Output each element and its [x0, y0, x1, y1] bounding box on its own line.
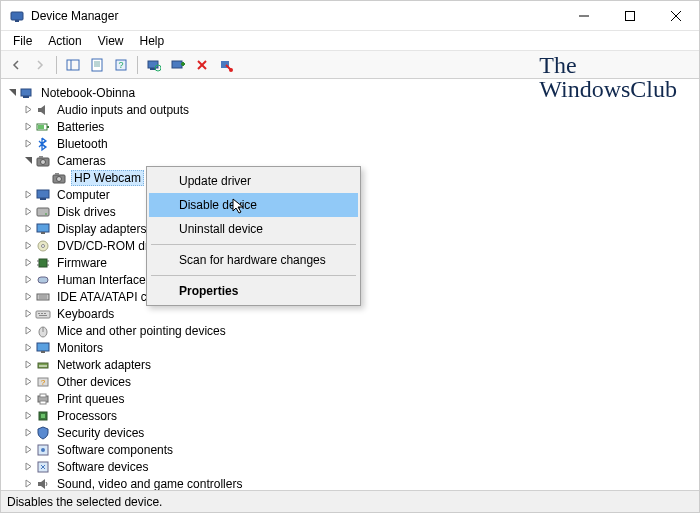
- show-hide-tree-button[interactable]: [62, 54, 84, 76]
- svg-rect-0: [11, 12, 23, 20]
- tree-item[interactable]: Processors: [3, 407, 697, 424]
- expand-icon[interactable]: [21, 307, 35, 321]
- svg-rect-70: [41, 414, 45, 418]
- tree-item-label: Software components: [55, 443, 175, 457]
- close-button[interactable]: [653, 1, 699, 30]
- expand-icon[interactable]: [21, 290, 35, 304]
- root-icon: [19, 85, 35, 101]
- camera-icon: [35, 153, 51, 169]
- expand-icon[interactable]: [21, 239, 35, 253]
- minimize-button[interactable]: [561, 1, 607, 30]
- expand-icon[interactable]: [21, 103, 35, 117]
- collapse-icon[interactable]: [21, 154, 35, 168]
- menu-help[interactable]: Help: [132, 32, 173, 50]
- tree-item-label: Sound, video and game controllers: [55, 477, 244, 491]
- expand-icon[interactable]: [21, 392, 35, 406]
- svg-rect-34: [40, 198, 46, 200]
- display-icon: [35, 221, 51, 237]
- properties-button[interactable]: [86, 54, 108, 76]
- expand-icon[interactable]: [21, 409, 35, 423]
- tree-item[interactable]: Software devices: [3, 458, 697, 475]
- svg-rect-14: [148, 61, 158, 68]
- expand-icon[interactable]: [21, 426, 35, 440]
- svg-rect-46: [38, 277, 48, 283]
- tree-item-label: Display adapters: [55, 222, 148, 236]
- expand-icon[interactable]: [21, 120, 35, 134]
- svg-rect-29: [39, 156, 43, 158]
- hid-icon: [35, 272, 51, 288]
- svg-point-31: [57, 176, 62, 181]
- network-icon: [35, 357, 51, 373]
- tree-item[interactable]: Monitors: [3, 339, 697, 356]
- maximize-button[interactable]: [607, 1, 653, 30]
- bluetooth-icon: [35, 136, 51, 152]
- menu-file[interactable]: File: [5, 32, 40, 50]
- disable-button[interactable]: [215, 54, 237, 76]
- svg-rect-33: [37, 190, 49, 198]
- scan-hardware-button[interactable]: [143, 54, 165, 76]
- disk-icon: [35, 204, 51, 220]
- tree-item[interactable]: Software components: [3, 441, 697, 458]
- forward-button[interactable]: [29, 54, 51, 76]
- tree-item-label: HP Webcam: [71, 170, 144, 186]
- tree-item-label: Cameras: [55, 154, 108, 168]
- printer-icon: [35, 391, 51, 407]
- expand-icon[interactable]: [21, 477, 35, 491]
- expand-icon[interactable]: [21, 137, 35, 151]
- expand-icon[interactable]: [21, 222, 35, 236]
- expand-icon[interactable]: [21, 273, 35, 287]
- collapse-icon[interactable]: [5, 86, 19, 100]
- tree-item[interactable]: Audio inputs and outputs: [3, 101, 697, 118]
- context-menu-item[interactable]: Scan for hardware changes: [149, 248, 358, 272]
- uninstall-button[interactable]: [191, 54, 213, 76]
- back-button[interactable]: [5, 54, 27, 76]
- status-bar: Disables the selected device.: [1, 490, 699, 512]
- tree-item-label: Computer: [55, 188, 112, 202]
- expand-icon[interactable]: [21, 324, 35, 338]
- expand-icon[interactable]: [21, 443, 35, 457]
- tree-item[interactable]: ?Other devices: [3, 373, 697, 390]
- svg-rect-17: [172, 61, 182, 68]
- menu-view[interactable]: View: [90, 32, 132, 50]
- expand-icon[interactable]: [21, 205, 35, 219]
- other-icon: ?: [35, 374, 51, 390]
- dvd-icon: [35, 238, 51, 254]
- tree-item[interactable]: Keyboards: [3, 305, 697, 322]
- tree-item[interactable]: Print queues: [3, 390, 697, 407]
- context-menu-item[interactable]: Disable device: [149, 193, 358, 217]
- tree-item[interactable]: Network adapters: [3, 356, 697, 373]
- tree-item-label: Network adapters: [55, 358, 153, 372]
- tree-item[interactable]: Sound, video and game controllers: [3, 475, 697, 490]
- expand-icon[interactable]: [21, 358, 35, 372]
- expand-icon[interactable]: [21, 375, 35, 389]
- tree-item[interactable]: Security devices: [3, 424, 697, 441]
- expand-icon[interactable]: [21, 341, 35, 355]
- svg-rect-57: [37, 343, 49, 351]
- tree-item-label: Monitors: [55, 341, 105, 355]
- add-legacy-button[interactable]: [167, 54, 189, 76]
- help-button[interactable]: ?: [110, 54, 132, 76]
- svg-point-36: [45, 213, 47, 215]
- context-menu-separator: [151, 244, 356, 245]
- window-controls: [561, 1, 699, 30]
- tree-item-label: Keyboards: [55, 307, 116, 321]
- expand-icon[interactable]: [21, 460, 35, 474]
- tree-item[interactable]: Mice and other pointing devices: [3, 322, 697, 339]
- context-menu-item[interactable]: Uninstall device: [149, 217, 358, 241]
- context-menu-item[interactable]: Update driver: [149, 169, 358, 193]
- svg-text:?: ?: [41, 378, 46, 387]
- tree-item[interactable]: Batteries: [3, 118, 697, 135]
- menu-action[interactable]: Action: [40, 32, 89, 50]
- tree-item[interactable]: Notebook-Obinna: [3, 84, 697, 101]
- toolbar: ?: [1, 51, 699, 79]
- expand-icon[interactable]: [21, 188, 35, 202]
- tree-item[interactable]: Bluetooth: [3, 135, 697, 152]
- svg-point-28: [41, 159, 46, 164]
- context-menu-item[interactable]: Properties: [149, 279, 358, 303]
- expand-icon[interactable]: [21, 256, 35, 270]
- svg-point-21: [229, 68, 233, 72]
- mouse-icon: [35, 323, 51, 339]
- context-menu: Update driverDisable deviceUninstall dev…: [146, 166, 361, 306]
- svg-rect-68: [40, 401, 46, 404]
- speaker-icon: [35, 102, 51, 118]
